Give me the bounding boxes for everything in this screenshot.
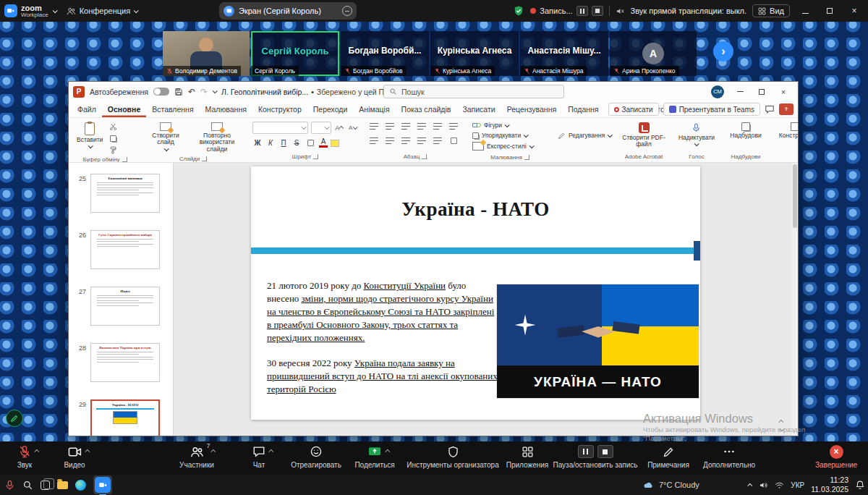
chevron-up-icon[interactable] xyxy=(268,449,273,454)
chat-button[interactable]: Чат xyxy=(239,444,279,469)
comments-icon[interactable] xyxy=(765,104,775,114)
pause-record-button[interactable] xyxy=(578,445,594,458)
chevron-up-icon[interactable] xyxy=(385,449,390,454)
slide-thumbnail-25[interactable]: 25 Економічні чинники xyxy=(69,174,160,213)
dialog-launcher-icon[interactable] xyxy=(313,154,318,159)
reactions-button[interactable]: Отреагировать xyxy=(284,444,349,469)
justify-icon[interactable] xyxy=(416,136,427,145)
participants-button[interactable]: 7 Участники xyxy=(169,444,224,469)
slide-thumbnail-panel[interactable]: 25 Економічні чинники 26 Суть Євроінтегр… xyxy=(69,163,174,436)
video-tile-agnesa[interactable]: Курінська Агнеса Курінська Агнеса xyxy=(430,31,519,76)
scrollbar[interactable] xyxy=(792,163,798,436)
slide-thumbnail-27[interactable]: 27 Поділ xyxy=(69,287,160,326)
tab-design[interactable]: Конструктор xyxy=(252,103,307,117)
format-painter-icon[interactable] xyxy=(107,145,119,155)
minimize-button[interactable] xyxy=(796,6,814,16)
font-color-button[interactable]: А xyxy=(319,138,328,148)
numbering-icon[interactable] xyxy=(384,122,396,131)
view-button[interactable]: Вид xyxy=(752,4,790,17)
cut-icon[interactable] xyxy=(107,122,119,132)
pause-recording-button[interactable] xyxy=(576,6,588,16)
editing-button[interactable]: Редагування xyxy=(556,131,613,140)
zoom-app-taskbar-icon[interactable] xyxy=(93,475,112,494)
text-shadow-icon[interactable] xyxy=(305,138,316,148)
hidden-icons-chevron[interactable] xyxy=(748,483,753,488)
more-button[interactable]: Дополнительно xyxy=(699,444,760,469)
next-participants-button[interactable]: › xyxy=(713,41,733,62)
share-screen-button[interactable]: Поделиться xyxy=(349,444,401,469)
search-box[interactable]: Пошук xyxy=(383,85,564,98)
collapse-tab-icon[interactable] xyxy=(342,6,352,16)
create-pdf-button[interactable]: Створити PDF-файл xyxy=(620,121,668,150)
stop-recording-button[interactable] xyxy=(592,6,603,16)
next-slide-icon[interactable] xyxy=(780,426,785,431)
meeting-menu-button[interactable]: Конференция xyxy=(67,7,137,16)
align-left-icon[interactable] xyxy=(368,136,380,145)
end-meeting-button[interactable]: × Завершение xyxy=(809,444,864,469)
reuse-slides-button[interactable]: Повторно використати слайди xyxy=(191,121,243,154)
search-icon[interactable] xyxy=(22,480,33,491)
close-button[interactable]: × xyxy=(845,6,864,16)
autosave-toggle[interactable] xyxy=(153,88,169,96)
present-in-teams-button[interactable]: Презентувати в Teams xyxy=(663,103,760,116)
chevron-up-icon[interactable] xyxy=(85,449,90,454)
underline-button[interactable]: П xyxy=(278,139,289,147)
scrollbar-thumb[interactable] xyxy=(793,164,797,228)
document-title[interactable]: Л. Геополітичний вибір... • Збережено у … xyxy=(221,88,395,96)
quick-styles-button[interactable]: Експрес-стилі xyxy=(471,141,549,151)
copy-icon[interactable] xyxy=(107,134,119,143)
share-button[interactable] xyxy=(779,103,793,115)
tab-view[interactable]: Подання xyxy=(562,103,604,117)
maximize-button[interactable] xyxy=(820,6,839,16)
taskbar-mic-muted-icon[interactable] xyxy=(4,480,15,491)
arrange-button[interactable]: Упорядкувати xyxy=(471,131,549,140)
font-size-combo[interactable] xyxy=(311,122,331,134)
columns-icon[interactable] xyxy=(432,136,443,145)
notifications-icon[interactable] xyxy=(855,480,865,490)
ppt-restore-button[interactable] xyxy=(752,84,772,100)
screen-share-tab[interactable]: Экран (Сергій Король) xyxy=(219,2,357,20)
slide-image[interactable]: УКРАЇНА — НАТО xyxy=(497,284,699,398)
tab-file[interactable]: Файл xyxy=(72,103,102,117)
italic-button[interactable]: К xyxy=(265,139,276,147)
video-tile-sergiy[interactable]: Сергій Король Сергій Король xyxy=(251,31,339,76)
slide[interactable]: Україна - НАТО 21 лютого 2019 року до Ко… xyxy=(251,166,700,420)
bold-button[interactable]: Ж xyxy=(252,139,263,147)
slide-thumbnail-29[interactable]: 29 Україна - НАТО xyxy=(69,399,160,436)
tab-slideshow[interactable]: Показ слайдів xyxy=(396,103,457,117)
designer-button[interactable]: Конструктор xyxy=(777,121,798,140)
weather-widget[interactable]: 7°C Cloudy xyxy=(642,475,699,495)
paste-button[interactable]: Вставити xyxy=(75,121,105,150)
grow-font-icon[interactable]: А xyxy=(334,123,345,132)
increase-indent-icon[interactable] xyxy=(416,122,427,131)
align-right-icon[interactable] xyxy=(400,136,412,145)
undo-icon[interactable]: ↶ xyxy=(188,87,195,97)
apps-button[interactable]: Приложения xyxy=(503,444,551,469)
save-icon[interactable] xyxy=(174,88,183,96)
video-tile-anastasia[interactable]: Анастасія Мішу... Анастасія Мішура xyxy=(520,31,608,76)
account-avatar[interactable]: СМ xyxy=(711,85,724,98)
align-center-icon[interactable] xyxy=(384,136,396,145)
speaker-icon[interactable] xyxy=(759,481,768,490)
audio-button[interactable]: Звук xyxy=(6,444,43,469)
clock[interactable]: 11:2311.03.2025 xyxy=(811,475,848,494)
font-name-combo[interactable] xyxy=(252,122,308,134)
dialog-launcher-icon[interactable] xyxy=(524,155,529,160)
shrink-font-icon[interactable]: А xyxy=(347,123,358,132)
highlight-color-button[interactable] xyxy=(331,140,339,147)
previous-slide-icon[interactable] xyxy=(778,420,783,425)
smartart-icon[interactable] xyxy=(448,136,459,145)
video-tile-volodymyr[interactable]: Володимир Дементов xyxy=(163,31,250,76)
dialog-launcher-icon[interactable] xyxy=(202,156,207,161)
dictate-button[interactable]: Надиктувати xyxy=(676,121,717,148)
slide-thumbnail-28[interactable]: 28 Визначення Україна при вступі xyxy=(69,343,160,382)
chevron-up-icon[interactable] xyxy=(210,449,216,454)
video-tile-aryna[interactable]: A Арина Прокопенко xyxy=(610,31,697,76)
network-icon[interactable] xyxy=(775,481,784,490)
chevron-down-icon[interactable] xyxy=(213,88,218,93)
bullets-icon[interactable] xyxy=(368,122,380,131)
addins-button[interactable]: Надбудови xyxy=(728,121,763,140)
ppt-close-button[interactable]: × xyxy=(773,84,793,100)
tab-animations[interactable]: Анімація xyxy=(353,103,395,117)
tab-home[interactable]: Основне xyxy=(102,103,146,117)
